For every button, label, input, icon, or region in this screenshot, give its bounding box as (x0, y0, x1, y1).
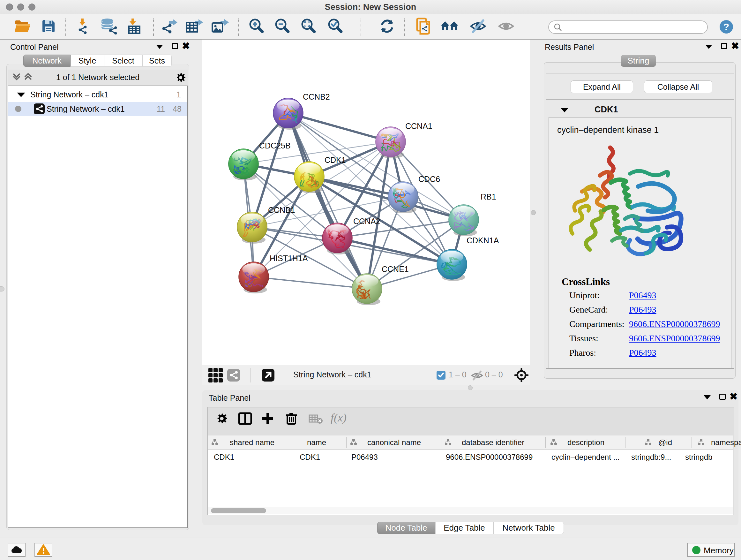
svg-text:CDC6: CDC6 (418, 175, 440, 184)
svg-text:CCNA1: CCNA1 (405, 122, 432, 131)
svg-text:RB1: RB1 (481, 192, 496, 201)
svg-text:CCNB2: CCNB2 (303, 92, 330, 101)
svg-text:CDK1: CDK1 (325, 155, 346, 165)
svg-text:CDKN1A: CDKN1A (467, 236, 499, 245)
svg-text:CCNA2: CCNA2 (353, 217, 381, 226)
svg-text:CDC25B: CDC25B (259, 141, 291, 150)
svg-text:CCNE1: CCNE1 (382, 265, 409, 273)
svg-text:HIST1H1A: HIST1H1A (270, 254, 308, 263)
svg-text:CCNB1: CCNB1 (268, 206, 295, 214)
